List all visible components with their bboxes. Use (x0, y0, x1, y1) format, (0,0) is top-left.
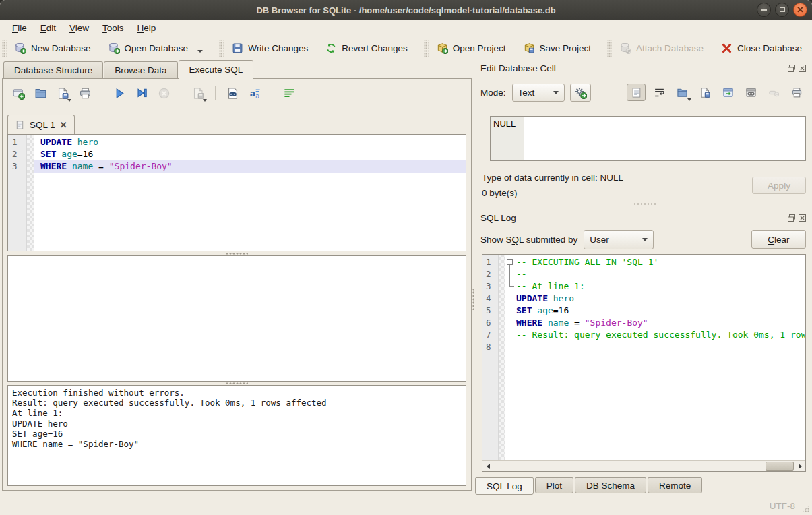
cell-log-splitter[interactable] (633, 202, 656, 206)
tab-database-structure[interactable]: Database Structure (3, 61, 103, 78)
set-null-button[interactable] (764, 84, 783, 101)
clear-log-button[interactable]: Clear (751, 230, 806, 249)
scroll-left-button[interactable] (482, 461, 493, 471)
toolbar-button-label: Attach Database (636, 43, 704, 53)
execute-all-button[interactable] (111, 84, 128, 102)
maximize-button[interactable] (775, 3, 789, 17)
minimize-button[interactable] (757, 3, 771, 17)
link-cell-icon (745, 87, 757, 98)
dock-tab-db-schema[interactable]: DB Schema (575, 477, 646, 493)
mode-select[interactable]: Text (512, 84, 565, 102)
log-filter-select[interactable]: User (584, 230, 654, 249)
fold-collapse-icon[interactable]: − (507, 259, 513, 265)
db-attach-icon (620, 42, 631, 54)
sql-editor-toolbar: aa (9, 83, 298, 103)
open-project-button[interactable]: Open Project (433, 40, 509, 57)
link-cell-button[interactable] (741, 84, 760, 101)
float-panel-icon[interactable] (788, 214, 795, 222)
scroll-right-button[interactable] (794, 461, 805, 471)
results-grid[interactable] (7, 255, 466, 382)
tab-close-icon[interactable]: ✕ (60, 120, 67, 130)
code-text: UPDATE hero (516, 293, 574, 305)
auto-format-button[interactable]: aa (246, 84, 263, 102)
fold-marker[interactable] (505, 280, 515, 293)
wrap-cell-button[interactable] (650, 84, 668, 101)
menu-edit[interactable]: Edit (34, 22, 63, 34)
sql-log-title: SQL Log (480, 213, 516, 223)
dock-tab-plot[interactable]: Plot (535, 477, 573, 493)
code-line: 3-- At line 1: (482, 280, 805, 293)
print-button[interactable] (76, 84, 94, 102)
attach-database-button[interactable]: Attach Database (617, 40, 707, 57)
sql-log-view[interactable]: 1−-- EXECUTING ALL IN 'SQL 1'2--3-- At l… (482, 254, 806, 472)
execution-message-panel: Execution finished without errors. Resul… (7, 385, 466, 486)
cell-value-editor[interactable]: NULL (490, 116, 806, 161)
import-cell-button[interactable] (673, 84, 691, 101)
titlebar[interactable]: DB Browser for SQLite - /home/user/code/… (0, 0, 812, 20)
fold-marker[interactable] (505, 268, 515, 280)
cell-editor-toolbar (627, 84, 806, 101)
sql-document-tab[interactable]: SQL 1 ✕ (7, 115, 75, 134)
sql-tab-label: SQL 1 (30, 120, 55, 130)
toolbar-button-label: Close Database (737, 43, 802, 53)
word-wrap-button[interactable] (280, 84, 298, 102)
text-mode-button[interactable] (627, 84, 646, 101)
text-mode-icon (631, 87, 642, 98)
save-results-button[interactable] (189, 84, 207, 102)
apply-button[interactable]: Apply (752, 177, 806, 194)
code-text: UPDATE hero (40, 136, 98, 148)
menu-view[interactable]: View (63, 22, 96, 34)
menu-tools[interactable]: Tools (96, 22, 131, 34)
save-cell-button[interactable] (695, 84, 714, 101)
tab-browse-data[interactable]: Browse Data (104, 61, 177, 78)
horizontal-scrollbar[interactable] (482, 460, 805, 471)
chevron-down-icon (203, 99, 207, 102)
toolbar-handle[interactable] (424, 40, 429, 57)
sql-code-lines: 1UPDATE hero2SET age=163WHERE name = "Sp… (8, 136, 466, 173)
close-panel-icon[interactable] (799, 214, 806, 222)
code-text: WHERE name = "Spider-Boy" (516, 317, 648, 329)
save-sql-file-button[interactable] (54, 84, 71, 102)
code-text: WHERE name = "Spider-Boy" (40, 160, 173, 173)
new-database-button[interactable]: New Database (11, 40, 94, 57)
line-number: 2 (12, 148, 18, 160)
close-database-button[interactable]: Close Database (718, 40, 805, 57)
print-cell-button[interactable] (787, 84, 806, 101)
toolbar-separator (215, 86, 216, 100)
execute-line-button[interactable] (133, 84, 150, 102)
toolbar-handle[interactable] (2, 40, 7, 57)
execute-all-icon (113, 87, 126, 100)
write-changes-button[interactable]: Write Changes (228, 40, 311, 57)
close-button[interactable]: ✕ (793, 3, 807, 17)
auto-switch-mode-button[interactable] (570, 84, 591, 102)
toolbar-handle[interactable] (219, 40, 224, 57)
line-number: 1 (486, 256, 491, 268)
dock-tab-remote[interactable]: Remote (648, 477, 702, 493)
stop-button[interactable] (155, 84, 173, 102)
toolbar-handle[interactable] (607, 40, 612, 57)
execute-sql-panel: aa SQL 1 ✕ 1UPDATE hero2SET age=163WHERE… (2, 78, 472, 491)
tab-execute-sql[interactable]: Execute SQL (179, 60, 254, 78)
chevron-down-icon[interactable] (197, 50, 203, 53)
find-replace-button[interactable] (224, 84, 241, 102)
fold-line (509, 286, 514, 287)
open-database-button[interactable]: Open Database (105, 40, 207, 57)
new-tab-button[interactable] (9, 84, 27, 102)
line-number: 3 (486, 280, 491, 293)
export-cell-button[interactable] (718, 84, 737, 101)
sql-editor[interactable]: 1UPDATE hero2SET age=163WHERE name = "Sp… (7, 134, 466, 251)
menu-file[interactable]: File (5, 22, 34, 34)
right-dock: Edit Database Cell Mode: Text NULL Type … (475, 61, 812, 495)
resize-grip-icon[interactable] (801, 504, 810, 513)
close-panel-icon[interactable] (799, 65, 806, 72)
fold-marker[interactable]: − (505, 256, 515, 268)
word-wrap-icon (283, 87, 296, 100)
menu-help[interactable]: Help (131, 22, 163, 34)
scrollbar-thumb[interactable] (766, 462, 794, 471)
open-sql-file-button[interactable] (32, 84, 49, 102)
save-project-button[interactable]: Save Project (520, 40, 595, 57)
toolbar-button-label: Revert Changes (342, 43, 408, 53)
dock-tab-sql-log[interactable]: SQL Log (475, 477, 534, 495)
float-panel-icon[interactable] (788, 65, 795, 72)
revert-changes-button[interactable]: Revert Changes (322, 40, 411, 57)
